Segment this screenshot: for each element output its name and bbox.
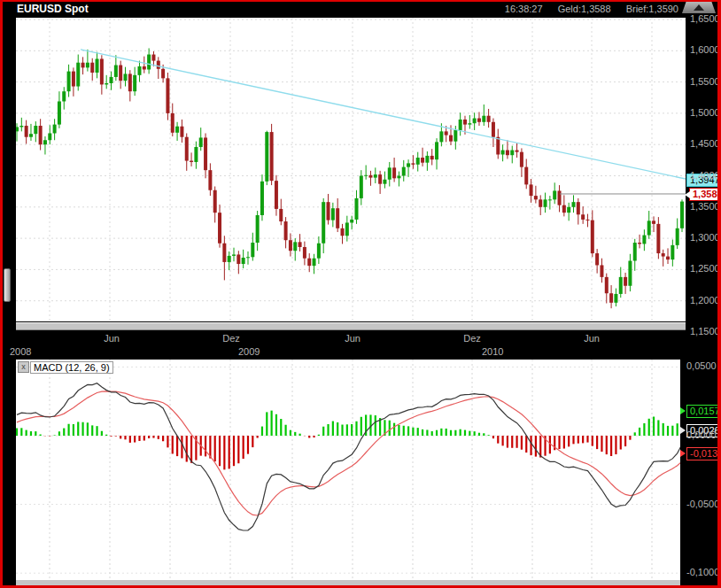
price-axis-label: 1,5500 bbox=[690, 76, 720, 87]
splitter-grip[interactable] bbox=[4, 268, 11, 302]
quote-info: 16:38:27 Geld:1,3588 Brief:1,3590 bbox=[492, 4, 678, 14]
histogram-arrow-icon bbox=[680, 407, 686, 414]
month-axis-label: Dez bbox=[222, 333, 240, 344]
macd-axis-label: -0,0500 bbox=[686, 499, 719, 509]
price-axis-label: 1,3000 bbox=[690, 232, 720, 243]
price-axis-label: 1,6000 bbox=[690, 44, 720, 55]
macd-legend-label: MACD (12, 26, 9) bbox=[30, 361, 113, 374]
month-axis-label: Jun bbox=[584, 333, 600, 344]
macd-arrow-icon bbox=[680, 427, 686, 434]
year-axis-label: 2010 bbox=[482, 346, 503, 357]
price-axis-label: 1,4500 bbox=[690, 138, 720, 149]
price-pointer-icon bbox=[685, 191, 690, 198]
macd-histogram-value-tag: 0,0157 bbox=[686, 405, 721, 418]
chart-window: EURUSD Spot 16:38:27 Geld:1,3588 Brief:1… bbox=[0, 0, 721, 588]
macd-axis-label: -0,1000 bbox=[686, 567, 719, 577]
macd-chart-canvas[interactable] bbox=[16, 360, 680, 580]
month-axis-label: Dez bbox=[463, 333, 481, 344]
month-axis-label: Jun bbox=[104, 333, 120, 344]
price-chart-canvas[interactable] bbox=[16, 18, 686, 321]
price-axis-label: 1,5000 bbox=[690, 107, 720, 118]
clock-time: 16:38:27 bbox=[505, 4, 543, 14]
page-title: EURUSD Spot bbox=[17, 3, 89, 15]
year-axis-label: 2009 bbox=[238, 346, 260, 357]
rollup-window-icon[interactable] bbox=[682, 2, 716, 13]
signal-arrow-icon bbox=[680, 450, 686, 457]
macd-chart-scrollbar[interactable] bbox=[16, 579, 680, 587]
close-icon[interactable]: x bbox=[18, 361, 29, 373]
bid-quote: Geld:1,3588 bbox=[558, 4, 611, 14]
price-axis-label: 1,2000 bbox=[690, 295, 720, 306]
price-axis-label: 1,4000 bbox=[690, 170, 720, 181]
title-bar: EURUSD Spot 16:38:27 Geld:1,3588 Brief:1… bbox=[3, 2, 717, 16]
price-axis-label: 1,2500 bbox=[690, 263, 720, 274]
year-axis-label: 2008 bbox=[10, 346, 31, 357]
price-axis-label: 1,3500 bbox=[690, 201, 720, 212]
last-price-tag: 1,3588 bbox=[689, 188, 721, 201]
price-axis-label: 1,6500 bbox=[690, 13, 720, 24]
macd-signal-value-tag: -0,0130 bbox=[686, 447, 721, 460]
month-axis-label: Jun bbox=[345, 333, 360, 344]
macd-axis-label: 0,0000 bbox=[686, 429, 717, 440]
macd-axis-label: 0,0500 bbox=[686, 360, 717, 371]
price-axis-label: 1,1500 bbox=[690, 326, 720, 337]
macd-legend: x MACD (12, 26, 9) bbox=[18, 361, 113, 374]
ask-quote: Brief:1,3590 bbox=[626, 4, 678, 14]
price-chart-scrollbar[interactable] bbox=[16, 322, 686, 330]
